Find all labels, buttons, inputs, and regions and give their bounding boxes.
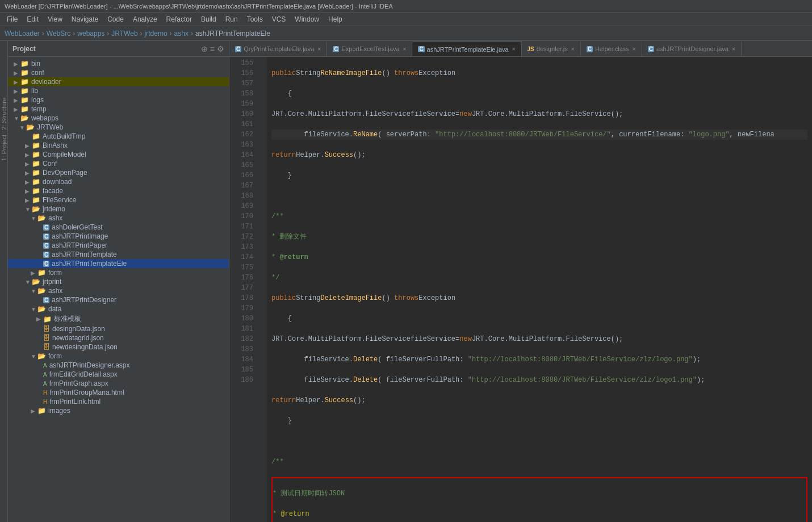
tab-qryprinttemplate[interactable]: C QryPrintTemplateEle.java × bbox=[229, 41, 327, 56]
tree-ashjrtprintdesigner[interactable]: C ashJRTPrintDesigner bbox=[8, 295, 229, 304]
menu-view[interactable]: View bbox=[43, 14, 67, 24]
bread-ashx[interactable]: ashx bbox=[174, 30, 189, 37]
tree-jrtdemo[interactable]: ▼ 📂 jrtdemo bbox=[8, 204, 229, 214]
bread-jrtdemo[interactable]: jrtdemo bbox=[145, 30, 168, 37]
menu-tools[interactable]: Tools bbox=[242, 14, 267, 24]
tab-helperclass[interactable]: C Helper.class × bbox=[581, 41, 642, 56]
line-170: fileService.Delete( fileServerFullPath: … bbox=[271, 375, 807, 385]
tree-frmeditgrid[interactable]: A frmEditGridDetail.aspx bbox=[8, 370, 229, 379]
close-tab-helper[interactable]: × bbox=[633, 46, 636, 52]
tree-ashdesigner-aspx[interactable]: A ashJRTPrintDesigner.aspx bbox=[8, 361, 229, 370]
menu-navigate[interactable]: Navigate bbox=[67, 14, 103, 24]
title-text: WebLoader [D:\JRTPlan\WebLoader] - ...\W… bbox=[5, 3, 393, 10]
line-165: */ bbox=[271, 273, 807, 283]
js-icon: JS bbox=[528, 46, 534, 52]
tree-ashjrtprintpaper[interactable]: C ashJRTPrintPaper bbox=[8, 241, 229, 250]
sidebar-toolbar: ⊕ ≡ ⚙ bbox=[201, 44, 224, 53]
tree-temp[interactable]: ▶ 📁 temp bbox=[8, 105, 229, 114]
project-label[interactable]: 1: Project bbox=[1, 135, 7, 161]
tab-ashjrtprinttemplateele[interactable]: C ashJRTPrintTemplateEle.java × bbox=[412, 41, 521, 56]
menu-help[interactable]: Help bbox=[324, 14, 347, 24]
tree-ashjrtprintimage[interactable]: C ashJRTPrintImage bbox=[8, 232, 229, 241]
tree-jrtprint-form[interactable]: ▼ 📂 form bbox=[8, 352, 229, 361]
tab-ashjrtprintdesigner[interactable]: C ashJRTPrintDesigner.java × bbox=[642, 41, 742, 56]
line-171: return Helper.Success(); bbox=[271, 395, 807, 406]
tree-devopenpage[interactable]: ▶ 📁 DevOpenPage bbox=[8, 168, 229, 177]
settings-icon[interactable]: ⚙ bbox=[217, 44, 224, 53]
menu-file[interactable]: File bbox=[2, 14, 22, 24]
tree-newdesingndata[interactable]: 🗄 newdesingnData.json bbox=[8, 343, 229, 352]
tree-ashjrtprinttemplate[interactable]: C ashJRTPrintTemplate bbox=[8, 250, 229, 259]
tree-conf2[interactable]: ▶ 📁 Conf bbox=[8, 159, 229, 168]
tree-form-folder[interactable]: ▶ 📁 form bbox=[8, 268, 229, 277]
tree-jrtweb[interactable]: ▼ 📂 JRTWeb bbox=[8, 123, 229, 132]
tree-conf[interactable]: ▶ 📁 conf bbox=[8, 68, 229, 77]
menu-run[interactable]: Run bbox=[221, 14, 242, 24]
tree-images[interactable]: ▶ 📁 images bbox=[8, 406, 229, 415]
menu-build[interactable]: Build bbox=[196, 14, 221, 24]
line-163: * 删除文件 bbox=[271, 232, 807, 242]
tree-lib[interactable]: ▶ 📁 lib bbox=[8, 86, 229, 95]
line-157: JRT.Core.MultiPlatform.FileService fileS… bbox=[271, 109, 807, 119]
tree-binashx[interactable]: ▶ 📁 BinAshx bbox=[8, 141, 229, 150]
tree-ashjrtprinttemplateele[interactable]: C ashJRTPrintTemplateEle bbox=[8, 259, 229, 268]
tree-ashx-folder[interactable]: ▼ 📂 ashx bbox=[8, 214, 229, 223]
tree-data-folder[interactable]: ▼ 📂 data bbox=[8, 304, 229, 314]
tree-webapps[interactable]: ▼ 📂 webapps bbox=[8, 114, 229, 123]
line-155: public String ReNameImageFile() throws E… bbox=[271, 68, 807, 78]
tree-autobuildtmp[interactable]: 📁 AutoBuildTmp bbox=[8, 132, 229, 141]
bread-webloader[interactable]: WebLoader bbox=[5, 30, 40, 37]
tree-newdatagrid[interactable]: 🗄 newdatagrid.json bbox=[8, 333, 229, 343]
structure-panel: 2: Structure 1: Project bbox=[0, 41, 8, 522]
tab-designler[interactable]: JS designler.js × bbox=[522, 41, 581, 56]
structure-label[interactable]: 2: Structure bbox=[1, 98, 7, 130]
menu-vcs[interactable]: VCS bbox=[267, 14, 291, 24]
close-tab-ash[interactable]: × bbox=[512, 46, 516, 52]
line-175: * 测试日期时间转JSON bbox=[273, 488, 806, 499]
java-icon: C bbox=[418, 46, 424, 52]
line-156: { bbox=[271, 89, 807, 99]
close-tab-qry[interactable]: × bbox=[317, 46, 321, 52]
line-164: * @return bbox=[271, 252, 807, 262]
menu-edit[interactable]: Edit bbox=[22, 14, 43, 24]
line-162: /** bbox=[271, 211, 807, 222]
tree-devloader[interactable]: ▶ 📁 devloader bbox=[8, 77, 229, 86]
sidebar: Project ⊕ ≡ ⚙ ▶ 📁 bin ▶ 📁 conf bbox=[8, 41, 229, 522]
sync-icon[interactable]: ⊕ bbox=[201, 44, 208, 53]
code-editor[interactable]: 155 156 157 158 159 160 161 162 163 164 … bbox=[229, 57, 812, 522]
tree-ashdolergtest[interactable]: C ashDolerGetTest bbox=[8, 223, 229, 232]
tree-fileservice[interactable]: ▶ 📁 FileService bbox=[8, 195, 229, 204]
close-tab-des[interactable]: × bbox=[571, 46, 575, 52]
collapse-icon[interactable]: ≡ bbox=[210, 44, 215, 53]
menu-analyze[interactable]: Analyze bbox=[128, 14, 162, 24]
tree-download[interactable]: ▶ 📁 download bbox=[8, 177, 229, 186]
tree-jrtprint-ashx[interactable]: ▼ 📂 ashx bbox=[8, 286, 229, 295]
line-158: fileService.ReName( serverPath: "http://… bbox=[271, 130, 807, 140]
tree-logs[interactable]: ▶ 📁 logs bbox=[8, 95, 229, 105]
tree-bin[interactable]: ▶ 📁 bin bbox=[8, 59, 229, 68]
editor-gutter bbox=[258, 57, 267, 522]
tree-facade[interactable]: ▶ 📁 facade bbox=[8, 186, 229, 195]
bread-webapps[interactable]: webapps bbox=[77, 30, 104, 37]
menu-window[interactable]: Window bbox=[290, 14, 324, 24]
tab-exportexcel[interactable]: C ExportExcelTest.java × bbox=[327, 41, 412, 56]
java-icon: C bbox=[333, 46, 339, 52]
menu-code[interactable]: Code bbox=[103, 14, 128, 24]
tree-desingndata[interactable]: 🗄 desingnData.json bbox=[8, 324, 229, 333]
class-icon: C bbox=[587, 46, 593, 52]
tree-frmprintgroupmana[interactable]: H frmPrintGroupMana.html bbox=[8, 388, 229, 397]
file-tree: ▶ 📁 bin ▶ 📁 conf ▶ 📁 devloader ▶ 📁 lib bbox=[8, 57, 229, 522]
close-tab-export[interactable]: × bbox=[403, 46, 407, 52]
close-tab-designer[interactable]: × bbox=[732, 46, 735, 52]
bread-websrc[interactable]: WebSrc bbox=[47, 30, 70, 37]
bread-jrtweb[interactable]: JRTWeb bbox=[111, 30, 137, 37]
code-area[interactable]: public String ReNameImageFile() throws E… bbox=[267, 57, 812, 522]
tree-compilemodel[interactable]: ▶ 📁 CompileModel bbox=[8, 150, 229, 159]
tree-frmprintgraph[interactable]: A frmPrintGraph.aspx bbox=[8, 379, 229, 388]
tree-frmprintlink[interactable]: H frmPrintLink.html bbox=[8, 397, 229, 406]
tree-standard-templates[interactable]: ▶ 📁 标准模板 bbox=[8, 314, 229, 324]
bread-file[interactable]: ashJRTPrintTemplateEle bbox=[195, 30, 270, 37]
menu-refactor[interactable]: Refactor bbox=[162, 14, 196, 24]
tree-jrtprint[interactable]: ▼ 📂 jrtprint bbox=[8, 277, 229, 286]
line-174: /** bbox=[271, 457, 807, 467]
